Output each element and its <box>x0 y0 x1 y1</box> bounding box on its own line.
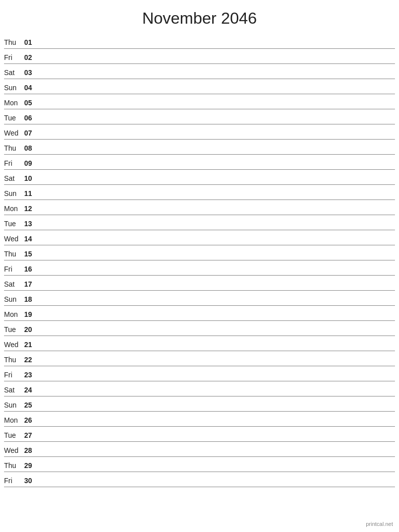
day-name: Sat <box>4 69 24 78</box>
day-line <box>39 198 395 198</box>
calendar-row: Sun11 <box>4 185 395 200</box>
calendar-row: Sat10 <box>4 170 395 185</box>
day-name: Mon <box>4 205 24 214</box>
day-line <box>39 364 395 365</box>
calendar-row: Sun18 <box>4 291 395 306</box>
day-number: 19 <box>24 310 39 319</box>
page-title: November 2046 <box>0 0 399 34</box>
day-line <box>39 379 395 380</box>
day-number: 22 <box>24 356 39 365</box>
calendar-list: Thu01Fri02Sat03Sun04Mon05Tue06Wed07Thu08… <box>0 34 399 487</box>
day-line <box>39 440 395 440</box>
day-line <box>39 304 395 304</box>
day-name: Thu <box>4 38 24 47</box>
calendar-row: Wed21 <box>4 336 395 351</box>
day-name: Fri <box>4 53 24 62</box>
day-line <box>39 319 395 319</box>
day-line <box>39 334 395 335</box>
day-number: 30 <box>24 477 39 486</box>
calendar-row: Mon26 <box>4 412 395 427</box>
day-line <box>39 410 395 410</box>
calendar-row: Tue06 <box>4 109 395 124</box>
day-name: Mon <box>4 99 24 108</box>
day-number: 27 <box>24 431 39 440</box>
day-line <box>39 455 395 455</box>
day-number: 18 <box>24 295 39 304</box>
calendar-row: Mon12 <box>4 200 395 215</box>
day-name: Tue <box>4 114 24 123</box>
day-number: 07 <box>24 129 39 138</box>
calendar-row: Thu01 <box>4 34 395 49</box>
day-number: 01 <box>24 38 39 47</box>
day-line <box>39 228 395 229</box>
day-number: 23 <box>24 371 39 380</box>
day-number: 02 <box>24 53 39 62</box>
day-name: Sun <box>4 84 24 93</box>
calendar-row: Tue20 <box>4 321 395 336</box>
day-name: Sat <box>4 386 24 395</box>
day-name: Thu <box>4 461 24 471</box>
day-line <box>39 107 395 108</box>
day-line <box>39 47 395 47</box>
day-line <box>39 349 395 350</box>
calendar-row: Sun04 <box>4 79 395 94</box>
day-line <box>39 77 395 78</box>
day-name: Wed <box>4 129 24 138</box>
day-name: Sun <box>4 401 24 410</box>
day-line <box>39 183 395 183</box>
day-number: 12 <box>24 205 39 214</box>
calendar-row: Fri30 <box>4 472 395 487</box>
day-line <box>39 258 395 259</box>
day-line <box>39 485 395 486</box>
day-name: Sun <box>4 189 24 198</box>
calendar-row: Thu08 <box>4 140 395 155</box>
calendar-row: Wed07 <box>4 124 395 140</box>
calendar-row: Mon05 <box>4 94 395 109</box>
day-line <box>39 470 395 471</box>
day-line <box>39 153 395 153</box>
day-line <box>39 62 395 62</box>
day-number: 16 <box>24 265 39 274</box>
calendar-row: Tue13 <box>4 215 395 230</box>
calendar-row: Fri09 <box>4 155 395 170</box>
footer-text: printcal.net <box>366 521 393 527</box>
calendar-row: Fri16 <box>4 260 395 276</box>
day-name: Mon <box>4 310 24 319</box>
day-name: Sat <box>4 174 24 183</box>
day-line <box>39 92 395 93</box>
day-number: 17 <box>24 280 39 289</box>
calendar-row: Thu22 <box>4 351 395 366</box>
day-number: 06 <box>24 114 39 123</box>
day-name: Wed <box>4 341 24 350</box>
day-name: Wed <box>4 235 24 244</box>
day-number: 28 <box>24 446 39 455</box>
day-name: Fri <box>4 265 24 274</box>
day-name: Tue <box>4 431 24 440</box>
day-number: 03 <box>24 69 39 78</box>
day-number: 09 <box>24 159 39 168</box>
day-name: Sat <box>4 280 24 289</box>
day-number: 11 <box>24 189 39 198</box>
calendar-row: Thu15 <box>4 245 395 260</box>
day-name: Tue <box>4 220 24 229</box>
day-number: 29 <box>24 461 39 471</box>
day-name: Fri <box>4 371 24 380</box>
day-number: 21 <box>24 341 39 350</box>
day-line <box>39 289 395 289</box>
day-number: 25 <box>24 401 39 410</box>
day-line <box>39 243 395 244</box>
day-number: 24 <box>24 386 39 395</box>
day-name: Thu <box>4 356 24 365</box>
calendar-row: Wed28 <box>4 442 395 457</box>
day-name: Thu <box>4 144 24 153</box>
day-name: Mon <box>4 416 24 425</box>
day-number: 13 <box>24 220 39 229</box>
day-number: 10 <box>24 174 39 183</box>
calendar-row: Sat24 <box>4 381 395 396</box>
day-number: 20 <box>24 325 39 335</box>
calendar-row: Thu29 <box>4 457 395 472</box>
day-line <box>39 168 395 168</box>
calendar-row: Mon19 <box>4 306 395 321</box>
day-line <box>39 425 395 425</box>
calendar-row: Sun25 <box>4 396 395 412</box>
